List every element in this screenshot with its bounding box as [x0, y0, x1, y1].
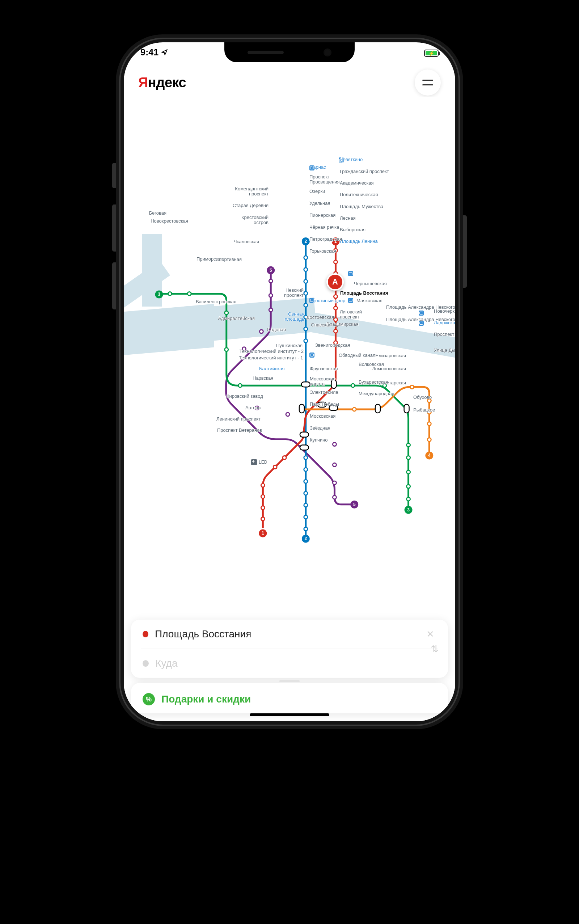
from-input[interactable] [155, 628, 418, 640]
station-label[interactable]: Озерки [309, 189, 325, 194]
svg-point-27 [283, 456, 286, 459]
station-label[interactable]: Проспект Бо [434, 332, 455, 337]
station-label[interactable]: Парнас [310, 165, 326, 170]
station-label[interactable]: Бухарестская [358, 379, 388, 385]
route-row-to[interactable] [141, 649, 438, 678]
marker-from[interactable]: А [326, 273, 344, 291]
station-label[interactable]: Парк Победы [310, 402, 339, 407]
station-label[interactable]: Политехническая [340, 192, 378, 197]
promo-card[interactable]: % Подарки и скидки [131, 683, 448, 713]
station-label[interactable]: Московская [310, 414, 335, 419]
svg-point-48 [168, 292, 172, 295]
station-label[interactable]: Старая Деревня [233, 203, 268, 208]
svg-point-37 [304, 303, 307, 307]
route-row-from[interactable]: ✕ [141, 620, 438, 649]
station-label[interactable]: Технологический институт - 2 [239, 349, 304, 354]
station-label[interactable]: Гостиный двор [313, 298, 345, 303]
station-label[interactable]: Лиговский проспект [340, 309, 365, 320]
station-label[interactable]: Волковская [358, 362, 384, 367]
svg-point-65 [427, 438, 431, 442]
station-label[interactable]: Рыбацкое [413, 407, 435, 412]
svg-point-45 [304, 504, 307, 507]
svg-point-73 [332, 443, 336, 446]
svg-point-72 [286, 412, 290, 416]
station-label[interactable]: Московские ворота [310, 376, 339, 387]
station-label[interactable]: Чкаловская [234, 239, 259, 244]
station-label[interactable]: Пушкинская [276, 343, 303, 348]
svg-point-25 [334, 329, 337, 333]
route-card: ✕ ⇅ [131, 620, 448, 678]
station-label[interactable]: Девяткино [340, 157, 363, 162]
station-label[interactable]: Проспект Ветеранов [217, 428, 262, 433]
station-label[interactable]: Лесная [340, 216, 356, 221]
clear-button[interactable]: ✕ [424, 629, 437, 640]
station-label[interactable]: Балтийская [259, 366, 285, 371]
station-label[interactable]: Улица Дыбен [434, 348, 455, 353]
station-label[interactable]: Звёздная [310, 426, 330, 431]
station-label[interactable]: Удельная [309, 201, 330, 206]
phone-notch [224, 43, 355, 62]
to-input[interactable] [155, 657, 437, 669]
station-label[interactable]: Невский проспект [282, 288, 304, 298]
station-label[interactable]: Выборгская [340, 227, 365, 232]
station-label[interactable]: Василеостровская [196, 299, 236, 304]
station-label[interactable]: Площадь Мужества [340, 204, 383, 209]
station-label[interactable]: Новочеркасская [434, 309, 455, 314]
menu-button[interactable] [415, 69, 441, 96]
station-label[interactable]: Кировский завод [227, 394, 263, 399]
station-label[interactable]: Купчино [310, 438, 328, 443]
svg-point-61 [411, 385, 414, 389]
station-label[interactable]: Комендантский проспект [232, 186, 268, 197]
station-label[interactable]: Спасская [311, 322, 332, 327]
svg-point-49 [188, 292, 191, 295]
home-indicator[interactable] [250, 713, 329, 716]
station-label[interactable]: Международная [358, 391, 394, 396]
svg-text:4: 4 [428, 453, 431, 458]
station-label[interactable]: Ладожская [434, 320, 455, 325]
station-label[interactable]: Технологический институт - 1 [239, 355, 303, 360]
percent-icon: % [142, 693, 155, 705]
station-label[interactable]: Спортивная [216, 257, 242, 262]
station-label-selected[interactable]: Площадь Восстания [340, 291, 388, 296]
station-label[interactable]: Елизаровская [375, 353, 406, 358]
station-label[interactable]: Адмиралтейская [218, 316, 255, 321]
station-label[interactable]: Новокрестовская [150, 219, 188, 224]
svg-point-76 [332, 496, 336, 499]
station-label[interactable]: Нарвская [253, 376, 273, 381]
station-label[interactable]: Обводный канал [339, 353, 375, 358]
station-label[interactable]: Пионерская [309, 213, 335, 218]
station-label[interactable]: Обухово [413, 395, 432, 400]
station-label[interactable]: Чернышевская [354, 281, 387, 286]
station-label[interactable]: Звенигородская [315, 343, 350, 348]
station-label[interactable]: Проспект Просвещения [309, 175, 339, 185]
station-label[interactable]: Садовая [267, 327, 286, 332]
station-label[interactable]: Гражданский проспект [340, 169, 389, 174]
station-label[interactable]: Маяковская [357, 298, 383, 303]
station-label[interactable]: Крестовский остров [240, 215, 268, 226]
svg-point-29 [261, 484, 265, 487]
svg-rect-82 [300, 445, 309, 450]
station-label[interactable]: Чёрная речка [309, 225, 339, 230]
station-label[interactable]: Электросила [310, 390, 339, 395]
station-label[interactable]: Горьковская [309, 249, 336, 254]
svg-point-31 [261, 506, 265, 510]
app-logo[interactable]: Яндекс [138, 75, 186, 90]
bottom-sheet: ✕ ⇅ % Подарки и скидки [131, 620, 448, 713]
station-label[interactable]: Петроградская [309, 237, 342, 242]
swap-button[interactable]: ⇅ [431, 643, 438, 654]
station-label[interactable]: Беговая [149, 211, 167, 216]
svg-point-41 [304, 456, 307, 459]
svg-point-68 [269, 308, 273, 312]
station-label[interactable]: Автово [245, 406, 260, 410]
svg-point-24 [334, 318, 337, 321]
station-label[interactable]: Сенная площадь [283, 312, 304, 322]
station-label[interactable]: Площадь Ленина [340, 239, 378, 244]
svg-point-36 [304, 291, 307, 295]
svg-rect-85 [404, 404, 409, 413]
station-label[interactable]: Достоевская [306, 315, 334, 320]
station-label[interactable]: Ленинский проспект [216, 417, 260, 422]
station-label[interactable]: Фрунзенская [310, 366, 338, 371]
station-label[interactable]: Академическая [340, 181, 374, 186]
sheet-handle[interactable] [280, 680, 299, 682]
svg-point-55 [407, 443, 411, 447]
